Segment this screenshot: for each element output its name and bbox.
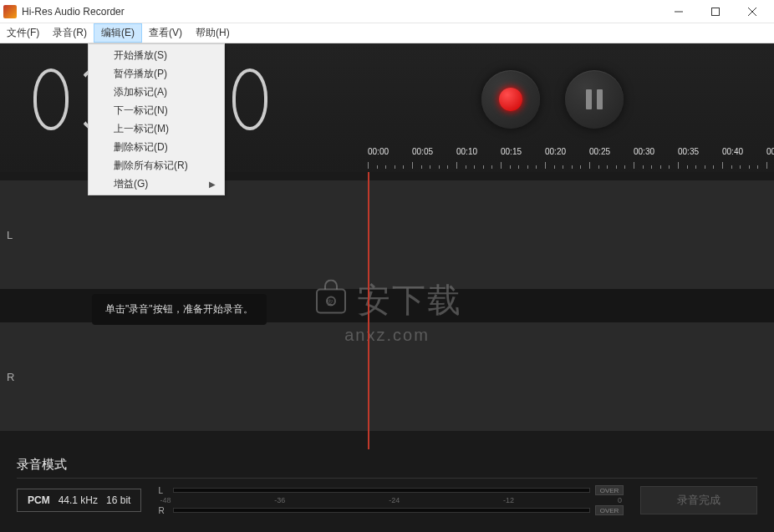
app-icon: [3, 5, 17, 18]
channel-left: L: [0, 180, 774, 289]
menu-pause-playback[interactable]: 暂停播放(P): [90, 64, 222, 83]
pause-button[interactable]: [565, 70, 624, 129]
recording-mode-title: 录音模式: [17, 457, 757, 479]
title-bar: Hi-Res Audio Recorder: [0, 0, 774, 23]
meter-scale-label: -12: [503, 496, 514, 504]
ruler-label: 00:20: [545, 147, 589, 156]
over-indicator-left: OVER: [595, 485, 624, 495]
ruler-label: 00:30: [634, 147, 678, 156]
menu-next-marker[interactable]: 下一标记(N): [90, 101, 222, 119]
meter-scale-label: 0: [618, 496, 622, 504]
ruler-label: 00:35: [678, 147, 722, 156]
menu-help[interactable]: 帮助(H): [189, 23, 237, 43]
svg-rect-1: [712, 8, 720, 15]
menu-file[interactable]: 文件(F): [0, 23, 46, 43]
maximize-button[interactable]: [697, 0, 734, 23]
meter-scale-label: -36: [274, 496, 285, 504]
menu-prev-marker[interactable]: 上一标记(M): [90, 119, 222, 138]
meter-scale-label: -48: [160, 496, 171, 504]
menu-gain[interactable]: 增益(G)▶: [90, 175, 222, 193]
menu-view[interactable]: 查看(V): [142, 23, 189, 43]
meter-ch-left: L: [158, 486, 168, 495]
level-meters: L OVER -48-36-24-120 R OVER: [158, 485, 624, 515]
channel-right: R: [0, 322, 774, 431]
hint-tooltip: 单击"录音"按钮，准备开始录音。: [92, 294, 267, 325]
meter-ch-right: R: [158, 506, 168, 515]
menu-start-playback[interactable]: 开始播放(S): [90, 46, 222, 64]
counter-digit: [232, 68, 267, 130]
menu-delete-marker[interactable]: 删除标记(D): [90, 138, 222, 156]
channel-label-right: R: [7, 371, 14, 383]
menu-bar: 文件(F) 录音(R) 编辑(E) 查看(V) 帮助(H): [0, 23, 774, 43]
ruler-label: 00:00: [368, 147, 412, 156]
menu-delete-all-markers[interactable]: 删除所有标记(R): [90, 156, 222, 175]
ruler-label: 00:15: [501, 147, 545, 156]
ruler-label: 00:25: [589, 147, 634, 156]
close-button[interactable]: [734, 0, 771, 23]
edit-dropdown: 开始播放(S) 暂停播放(P) 添加标记(A) 下一标记(N) 上一标记(M) …: [88, 43, 225, 195]
finish-recording-button[interactable]: 录音完成: [640, 486, 757, 514]
ruler-label: 00:05: [412, 147, 456, 156]
ruler-label: 00: [766, 147, 774, 156]
menu-add-marker[interactable]: 添加标记(A): [90, 83, 222, 101]
menu-record[interactable]: 录音(R): [46, 23, 94, 43]
record-icon: [499, 88, 522, 111]
playhead[interactable]: [368, 172, 369, 449]
pause-icon: [586, 89, 603, 109]
bottom-panel: 录音模式 PCM 44.1 kHz 16 bit L OVER -48-36-2…: [0, 448, 774, 532]
window-title: Hi-Res Audio Recorder: [22, 6, 660, 18]
format-codec: PCM: [28, 494, 50, 506]
submenu-arrow-icon: ▶: [209, 180, 216, 189]
minimize-button[interactable]: [660, 0, 697, 23]
record-button[interactable]: [481, 70, 540, 129]
meter-bar-left: [173, 488, 590, 493]
ruler-label: 00:40: [722, 147, 766, 156]
format-bits: 16 bit: [106, 494, 130, 506]
format-rate: 44.1 kHz: [59, 494, 98, 506]
channel-label-left: L: [7, 229, 13, 241]
counter-digit: [33, 68, 69, 130]
ruler-label: 00:10: [456, 147, 501, 156]
meter-scale-label: -24: [389, 496, 400, 504]
format-box[interactable]: PCM 44.1 kHz 16 bit: [17, 489, 141, 512]
meter-bar-right: [173, 508, 590, 513]
over-indicator-right: OVER: [595, 505, 624, 515]
timeline-ruler[interactable]: 00:0000:0500:1000:1500:2000:2500:3000:35…: [368, 147, 774, 169]
menu-edit[interactable]: 编辑(E): [94, 23, 142, 43]
